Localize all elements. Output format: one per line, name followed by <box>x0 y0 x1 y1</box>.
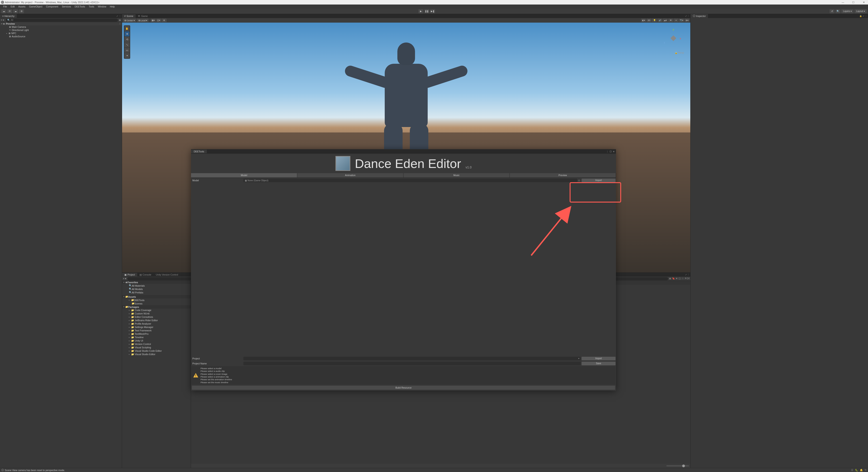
uvc-tab[interactable]: Unity Version Control <box>153 273 180 277</box>
transform-tool[interactable]: ✦ <box>125 53 129 58</box>
window-close-icon[interactable]: ✕ <box>613 150 615 153</box>
snap-button[interactable]: ◫▾ <box>156 19 161 22</box>
account-button[interactable]: ☁ <box>1 9 6 13</box>
audio-toggle[interactable]: 🔊 <box>657 19 662 22</box>
subtab-music[interactable]: Music <box>403 173 510 178</box>
layers-toggle[interactable]: ≡ <box>674 19 679 22</box>
window-popout-icon[interactable]: ☐ <box>610 150 612 153</box>
package-item[interactable]: ▸📁 Visual Scripting <box>122 346 191 349</box>
menu-deetools[interactable]: DEETools <box>73 5 87 8</box>
filter-icon[interactable]: ◉ <box>119 19 121 21</box>
pause-button[interactable]: ❚❚ <box>424 9 429 13</box>
scene-tab[interactable]: # Scene <box>122 14 135 18</box>
kebab-icon[interactable]: ⋮ <box>687 274 689 276</box>
close-button[interactable]: ✕ <box>860 1 867 4</box>
package-item[interactable]: ▸📁 Visual Studio Editor <box>122 353 191 356</box>
hierarchy-item-light[interactable]: ☀Directional Light <box>0 29 122 32</box>
hand-tool[interactable]: ✋ <box>125 26 129 31</box>
sync-button[interactable]: ⟳ <box>7 9 12 13</box>
minimize-button[interactable]: — <box>839 1 846 4</box>
popout-icon[interactable]: ⤢ <box>685 274 687 276</box>
assets-section[interactable]: ▼📁 Assets <box>122 295 191 298</box>
save-search-icon[interactable]: ☆ <box>682 277 684 280</box>
orientation-gizmo[interactable]: y x z <box>661 26 686 51</box>
scene-row[interactable]: ▼◈ Preview ⋮ <box>0 22 122 25</box>
console-tab[interactable]: ▤ Console <box>137 273 154 277</box>
deetools-tab[interactable]: DEETools <box>191 150 207 153</box>
kebab-icon[interactable]: ⋮ <box>687 15 689 17</box>
filter-label-icon[interactable]: 🔖 <box>672 277 675 280</box>
play-button[interactable]: ▶ <box>418 9 423 13</box>
undo-history-button[interactable]: ↺ <box>830 9 835 13</box>
status-icon-3[interactable]: 🔔 <box>860 469 863 472</box>
grid-button[interactable]: ▦▾ <box>151 19 156 22</box>
fx-dropdown[interactable]: ☁▾ <box>663 19 668 22</box>
menu-help[interactable]: Help <box>108 5 117 8</box>
popout-icon[interactable]: ⤢ <box>685 15 687 17</box>
project-create[interactable]: + ▾ <box>123 277 126 280</box>
project-name-field[interactable] <box>243 362 581 365</box>
project-tab[interactable]: ▣ Project <box>122 273 137 277</box>
fav-materials[interactable]: 🔍 All Materials <box>122 284 191 287</box>
kebab-icon[interactable]: ⋮ <box>865 15 867 17</box>
subtab-animation[interactable]: Animation <box>297 173 403 178</box>
thumbnail-size-slider[interactable] <box>666 466 689 466</box>
layers-dropdown[interactable]: Layers▾ <box>841 9 854 13</box>
package-item[interactable]: ▸📁 Code Coverage <box>122 309 191 312</box>
asset-deetools[interactable]: ▸📁 DEETools <box>122 298 191 302</box>
package-item[interactable]: ▸📁 Editor Coroutines <box>122 315 191 319</box>
maximize-button[interactable]: ☐ <box>850 1 857 4</box>
package-item[interactable]: ▸📁 Timeline <box>122 336 191 339</box>
package-item[interactable]: ▸📁 JetBrains Rider Editor <box>122 319 191 322</box>
popout-icon[interactable]: ⤢ <box>116 15 118 17</box>
create-button[interactable]: + ▾ <box>1 19 4 21</box>
filter-fav-icon[interactable]: ★ <box>676 277 678 280</box>
draw-mode-dropdown[interactable]: ◐▾ <box>641 19 646 22</box>
inspector-tab[interactable]: ⓘ Inspector <box>690 14 708 18</box>
package-item[interactable]: ▸📁 Settings Manager <box>122 325 191 329</box>
project-dropdown[interactable] <box>243 357 581 360</box>
package-item[interactable]: ▸📁 TextMeshPro <box>122 332 191 336</box>
menu-tools[interactable]: Tools <box>87 5 96 8</box>
subtab-preview[interactable]: Preview <box>510 173 616 178</box>
subtab-model[interactable]: Model <box>191 173 297 178</box>
hidden-count[interactable]: 👁14 <box>685 277 689 280</box>
game-tab[interactable]: 👁 Game <box>135 14 150 18</box>
pivot-dropdown[interactable]: ⊕ Center ▾ <box>123 19 136 22</box>
hierarchy-item-npc[interactable]: ▸▦NPC <box>0 32 122 35</box>
menu-gameobject[interactable]: GameObject <box>27 5 44 8</box>
status-icon-4[interactable]: ↻ <box>865 469 867 472</box>
kebab-icon[interactable]: ⋮ <box>119 15 121 17</box>
2d-toggle[interactable]: 2D <box>647 19 651 22</box>
increment-button[interactable]: ⧉ <box>162 19 166 22</box>
asset-scenes[interactable]: 📁 Scenes <box>122 302 191 305</box>
menu-services[interactable]: Services <box>60 5 73 8</box>
rect-tool[interactable]: ▭ <box>125 48 129 53</box>
build-button[interactable]: Build Resource <box>192 386 615 390</box>
gizmos-dropdown[interactable]: ⊕▾ <box>684 19 689 22</box>
package-item[interactable]: ▸📁 Profile Analyzer <box>122 322 191 325</box>
layout-dropdown[interactable]: Layout▾ <box>855 9 867 13</box>
status-icon-2[interactable]: 🐛 <box>855 469 858 472</box>
rotate-tool[interactable]: ⟲ <box>125 37 129 42</box>
camera-dropdown[interactable]: 📷▾ <box>679 19 684 22</box>
package-item[interactable]: ▸📁 Version Control <box>122 343 191 346</box>
save-button[interactable]: Save <box>582 362 616 365</box>
rotation-dropdown[interactable]: ⊕ Local ▾ <box>137 19 149 22</box>
status-icon-1[interactable]: ☰ <box>851 469 853 472</box>
package-item[interactable]: ▸📁 Test Framework <box>122 329 191 332</box>
settings-button[interactable]: ⚙ <box>19 9 24 13</box>
menu-assets[interactable]: Assets <box>17 5 27 8</box>
window-menu-icon[interactable]: ⋮ <box>606 150 609 153</box>
fav-prefabs[interactable]: 🔍 All Prefabs <box>122 291 191 294</box>
cloud-button[interactable]: ☁ <box>13 9 18 13</box>
perspective-label[interactable]: 🔒 Persp <box>675 52 684 54</box>
step-button[interactable]: ▶❚ <box>430 9 435 13</box>
filter-info-icon[interactable]: ⓘ <box>679 277 681 280</box>
scale-tool[interactable]: ⤡ <box>125 42 129 47</box>
package-item[interactable]: ▸📁 Unity UI <box>122 339 191 343</box>
popout-icon[interactable]: ⤢ <box>863 15 864 17</box>
scene-menu-icon[interactable]: ⋮ <box>119 23 121 25</box>
search-button[interactable]: 🔍 <box>835 9 840 13</box>
object-picker-icon[interactable]: ⊙ <box>577 179 581 182</box>
